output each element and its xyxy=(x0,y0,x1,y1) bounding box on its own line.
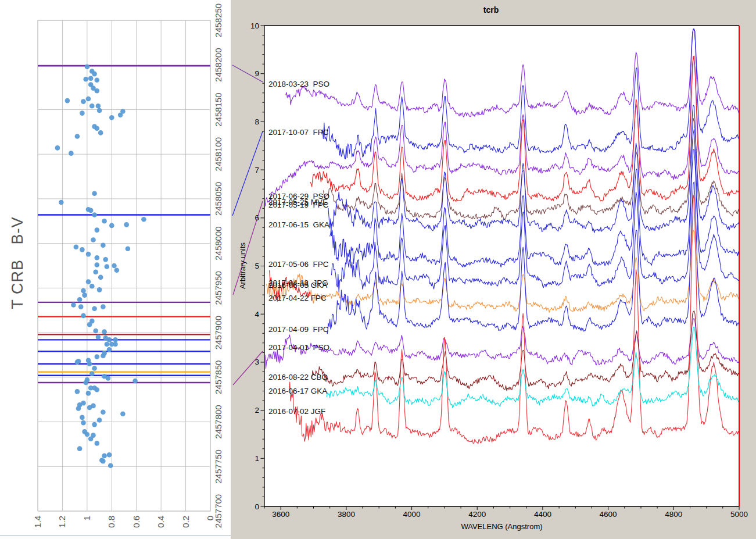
scatter-point xyxy=(88,208,94,213)
scatter-point xyxy=(77,446,83,451)
jd-tick-labels: 2458250245820024581502458100245805024580… xyxy=(213,3,223,528)
screenshot-root: 2458250245820024581502458100245805024580… xyxy=(0,0,756,539)
units-tick-label: 7 xyxy=(255,166,259,174)
scatter-point xyxy=(93,269,98,274)
units-tick-labels: 012345678910 xyxy=(250,22,260,511)
scatter-point xyxy=(78,304,84,309)
jd-tick-label: 2457950 xyxy=(213,271,223,305)
bv-tick-label: 1.2 xyxy=(57,516,67,528)
scatter-point xyxy=(87,362,92,367)
scatter-point xyxy=(132,379,138,384)
scatter-point xyxy=(107,337,112,342)
jd-tick-label: 2457750 xyxy=(213,449,223,483)
scatter-point xyxy=(81,313,86,319)
units-tick-label: 1 xyxy=(255,454,259,463)
scatter-point xyxy=(88,76,94,81)
wavelength-tick-label: 4800 xyxy=(665,510,682,519)
scatter-point xyxy=(98,130,103,135)
scatter-point xyxy=(92,191,97,196)
scatter-point xyxy=(95,255,100,260)
scatter-point xyxy=(95,78,100,83)
wavelength-tick-label: 5000 xyxy=(730,510,748,519)
scatter-point xyxy=(92,72,97,77)
scatter-point xyxy=(112,263,117,269)
scatter-point xyxy=(81,420,86,426)
units-tick-label: 10 xyxy=(250,22,259,30)
units-tick-label: 9 xyxy=(255,69,259,78)
scatter-point xyxy=(95,354,100,359)
scatter-point xyxy=(91,237,96,242)
bv-tick-label: 1 xyxy=(82,516,92,520)
scatter-point xyxy=(109,223,114,229)
spectrum-label: 2017-04-01 PSO xyxy=(268,343,329,352)
bv-tick-labels: 1.41.210.80.60.40.20 xyxy=(33,516,215,528)
jd-tick-label: 2458200 xyxy=(213,48,223,81)
scatter-point xyxy=(103,257,108,262)
spectrum-label: 2018-03-23 PSO xyxy=(268,80,329,88)
scatter-point xyxy=(95,126,100,131)
plot-area xyxy=(38,20,210,511)
jd-tick-label: 2458100 xyxy=(213,137,223,171)
scatter-point xyxy=(80,110,85,116)
spectrum-label: 2017-04-09 FPC xyxy=(268,325,329,334)
spectra-panel: 3600380040004200440046004800500001234567… xyxy=(231,0,756,539)
scatter-point xyxy=(77,297,83,302)
units-tick-label: 0 xyxy=(255,502,259,511)
scatter-point xyxy=(113,342,118,347)
scatter-point xyxy=(92,422,97,427)
scatter-point xyxy=(83,77,88,82)
spectrum-label: 2016-06-05 GKA xyxy=(268,281,327,290)
bv-tick-label: 0.8 xyxy=(106,516,116,528)
bv-lightcurve-chart: 2458250245820024581502458100245805024580… xyxy=(0,0,231,539)
wavelength-tick-labels: 36003800400042004400460048005000 xyxy=(272,510,748,519)
spectrum-label: 2016-06-17 GKA xyxy=(268,387,327,395)
wavelength-tick-label: 4600 xyxy=(600,510,617,519)
scatter-point xyxy=(101,354,106,359)
scatter-point xyxy=(89,371,95,376)
scatter-point xyxy=(95,88,100,94)
scatter-point xyxy=(101,409,106,415)
wavelength-tick-label: 4400 xyxy=(534,510,551,519)
bv-tick-label: 0.4 xyxy=(156,516,166,528)
wavelength-tick-label: 4200 xyxy=(468,510,486,519)
scatter-point xyxy=(93,329,98,334)
scatter-point xyxy=(101,304,106,309)
scatter-point xyxy=(59,200,64,205)
left-panel-bottom-edge xyxy=(0,535,231,539)
scatter-point xyxy=(74,245,79,250)
wavelength-tick-label: 3800 xyxy=(338,510,355,519)
scatter-point xyxy=(71,302,76,308)
scatter-point xyxy=(106,376,111,381)
scatter-point xyxy=(76,359,81,364)
bv-tick-label: 0.6 xyxy=(131,516,141,528)
units-tick-label: 6 xyxy=(255,213,259,222)
spectrum-label: 2017-04-22 FPC xyxy=(268,294,327,302)
scatter-point xyxy=(81,288,86,294)
spectrum-label: 2017-05-19 FPC xyxy=(268,201,329,209)
scatter-point xyxy=(107,347,112,352)
spectrum-label: 2017-05-06 FPC xyxy=(268,260,329,269)
bv-lightcurve-panel: 2458250245820024581502458100245805024580… xyxy=(0,0,231,539)
plot-area xyxy=(264,26,739,506)
scatter-point xyxy=(82,292,87,298)
wavelength-tick-label: 4000 xyxy=(403,510,421,519)
scatter-point xyxy=(105,264,110,269)
wavelength-axis-label: WAVELENG (Angstrom) xyxy=(264,522,739,531)
spectrum-label: 2016-08-22 CBQ xyxy=(268,373,328,381)
wavelength-tick-label: 3600 xyxy=(272,510,289,519)
scatter-point xyxy=(95,227,100,233)
scatter-point xyxy=(97,108,102,113)
spectra-chart: 3600380040004200440046004800500001234567… xyxy=(231,0,756,539)
scatter-point xyxy=(102,329,107,334)
scatter-point xyxy=(87,405,92,411)
scatter-point xyxy=(75,134,80,139)
spectrum-label: 2017-06-15 GKA xyxy=(268,220,329,229)
scatter-point xyxy=(85,432,90,437)
scatter-point xyxy=(69,151,74,156)
scatter-point xyxy=(75,389,80,394)
units-tick-label: 8 xyxy=(255,117,259,126)
scatter-point xyxy=(55,145,60,151)
jd-tick-label: 2458250 xyxy=(213,3,223,37)
scatter-point xyxy=(113,337,118,342)
scatter-point xyxy=(95,387,100,392)
